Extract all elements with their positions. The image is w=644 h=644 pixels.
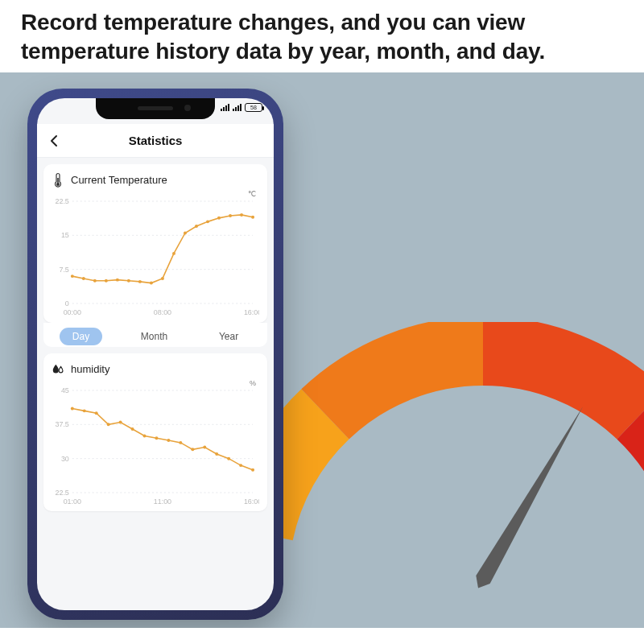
svg-point-27 <box>251 215 254 218</box>
svg-point-41 <box>95 411 98 415</box>
humidity-icon <box>52 361 64 378</box>
thermometer-icon <box>52 172 64 188</box>
svg-marker-0 <box>471 402 589 592</box>
svg-point-51 <box>215 452 218 456</box>
svg-point-26 <box>240 213 243 217</box>
svg-point-49 <box>191 448 194 451</box>
temperature-chart: 22.5157.5000:0008:0016:00 <box>52 198 259 318</box>
svg-text:08:00: 08:00 <box>154 308 171 316</box>
svg-point-43 <box>119 420 122 423</box>
svg-text:11:00: 11:00 <box>154 497 171 505</box>
tab-day[interactable]: Day <box>60 328 102 345</box>
humidity-chart: 4537.53022.501:0011:0016:00 <box>52 387 259 507</box>
temperature-card-title: Current Temperature <box>71 174 167 186</box>
humidity-card: humidity % 4537.53022.501:0011:0016:00 <box>43 353 267 512</box>
svg-point-45 <box>143 434 147 437</box>
svg-point-48 <box>179 440 182 444</box>
svg-point-20 <box>172 252 175 255</box>
svg-point-15 <box>116 278 119 281</box>
signal-icon <box>221 104 229 111</box>
svg-text:37.5: 37.5 <box>55 420 68 428</box>
humidity-unit-label: % <box>52 379 259 387</box>
svg-point-22 <box>195 225 198 228</box>
navbar-title: Statistics <box>129 134 183 147</box>
svg-point-14 <box>105 279 108 282</box>
svg-text:16:00: 16:00 <box>244 497 259 505</box>
svg-point-21 <box>184 231 187 234</box>
battery-icon: 58 <box>245 103 262 112</box>
app-navbar: Statistics <box>37 124 274 158</box>
svg-text:22.5: 22.5 <box>55 198 68 205</box>
humidity-card-title: humidity <box>71 363 109 375</box>
temperature-card: Current Temperature ℃ 22.5157.5000:0008:… <box>43 164 267 323</box>
svg-point-54 <box>251 468 254 471</box>
chevron-left-icon <box>49 134 59 147</box>
gauge-graphic <box>225 322 644 628</box>
svg-point-13 <box>93 279 97 282</box>
svg-text:00:00: 00:00 <box>64 308 81 316</box>
gauge-seg-3 <box>483 351 641 414</box>
svg-point-12 <box>82 277 85 280</box>
svg-point-44 <box>131 427 134 430</box>
phone-notch <box>96 98 215 119</box>
svg-point-16 <box>127 279 130 282</box>
svg-point-23 <box>206 220 209 223</box>
back-button[interactable] <box>45 132 63 150</box>
temperature-unit-label: ℃ <box>52 190 259 198</box>
svg-point-52 <box>227 456 230 460</box>
svg-point-11 <box>71 275 74 278</box>
svg-text:45: 45 <box>61 387 69 394</box>
svg-text:7.5: 7.5 <box>59 265 68 273</box>
svg-point-39 <box>71 407 74 410</box>
gauge-needle <box>471 402 589 592</box>
svg-text:0: 0 <box>65 299 69 308</box>
svg-point-24 <box>217 217 221 220</box>
svg-text:15: 15 <box>61 231 69 239</box>
svg-text:22.5: 22.5 <box>55 488 68 496</box>
svg-point-47 <box>167 439 170 442</box>
signal-icon-2 <box>233 104 242 111</box>
phone-frame: 58 Statistics Current Temperature <box>27 89 283 620</box>
svg-point-17 <box>138 280 142 283</box>
tab-year[interactable]: Year <box>206 328 251 345</box>
svg-point-19 <box>161 277 164 280</box>
svg-point-40 <box>83 409 86 412</box>
status-bar: 58 <box>221 103 262 112</box>
svg-text:01:00: 01:00 <box>64 497 81 505</box>
svg-point-42 <box>107 423 110 426</box>
svg-point-46 <box>155 436 158 440</box>
svg-point-18 <box>150 281 153 284</box>
svg-point-53 <box>239 464 242 467</box>
battery-text: 58 <box>250 105 257 110</box>
svg-text:16:00: 16:00 <box>244 308 259 316</box>
svg-point-50 <box>203 445 206 448</box>
svg-text:30: 30 <box>61 454 69 462</box>
tab-month[interactable]: Month <box>128 328 180 345</box>
phone-screen: 58 Statistics Current Temperature <box>37 98 274 610</box>
gauge-seg-4 <box>641 414 644 533</box>
svg-point-25 <box>229 214 232 217</box>
gauge-seg-2 <box>325 351 483 414</box>
hero-area: 58 Statistics Current Temperature <box>0 72 644 628</box>
page-headline: Record temperature changes, and you can … <box>0 0 644 72</box>
range-tabs: Day Month Year <box>43 323 267 347</box>
